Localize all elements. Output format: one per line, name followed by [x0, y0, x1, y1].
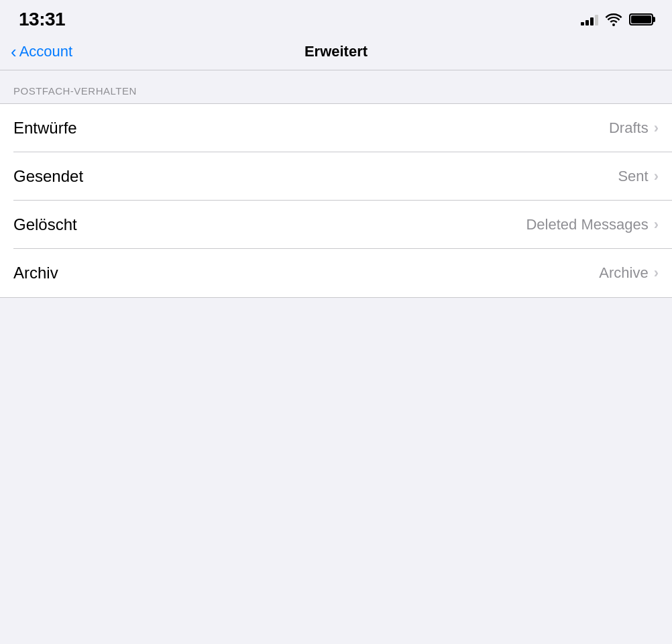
back-button[interactable]: ‹ Account [11, 43, 72, 60]
list-item-label: Gelöscht [13, 215, 77, 234]
list-item-value: Archive [599, 264, 648, 282]
back-chevron-icon: ‹ [11, 43, 17, 60]
list-item-label: Entwürfe [13, 119, 77, 138]
list-item-label: Gesendet [13, 167, 83, 186]
section-header: POSTFACH-VERHALTEN [0, 70, 672, 103]
chevron-right-icon: › [654, 216, 659, 233]
content-area: POSTFACH-VERHALTEN Entwürfe Drafts › Ges… [0, 70, 672, 298]
back-label: Account [19, 43, 73, 60]
list-item-archiv[interactable]: Archiv Archive › [0, 249, 672, 297]
wifi-icon [605, 13, 622, 26]
chevron-right-icon: › [654, 119, 659, 137]
bottom-safe-area [0, 621, 672, 644]
nav-bar: ‹ Account Erweitert [0, 36, 672, 70]
status-bar: 13:31 [0, 0, 672, 36]
status-time: 13:31 [19, 9, 65, 30]
list-item-entw-rfe[interactable]: Entwürfe Drafts › [0, 104, 672, 152]
list-item-value: Drafts [609, 119, 649, 137]
page-title: Erweitert [304, 43, 368, 60]
list-item-value: Sent [618, 168, 648, 185]
list-item-gesendet[interactable]: Gesendet Sent › [0, 152, 672, 201]
chevron-right-icon: › [654, 264, 659, 282]
battery-icon [629, 13, 653, 25]
list-item-value: Deleted Messages [526, 216, 648, 233]
chevron-right-icon: › [654, 168, 659, 185]
list-item-label: Archiv [13, 264, 58, 282]
section-list: Entwürfe Drafts › Gesendet Sent › Gelösc… [0, 103, 672, 298]
signal-icon [581, 13, 598, 25]
status-icons [581, 13, 653, 26]
list-item-gel-scht[interactable]: Gelöscht Deleted Messages › [0, 201, 672, 249]
